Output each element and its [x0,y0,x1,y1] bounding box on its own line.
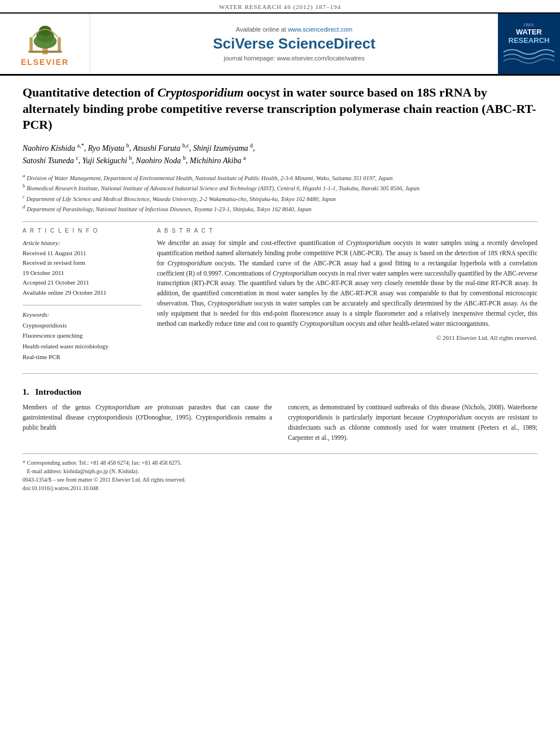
available-online-date: Available online 29 October 2011 [23,289,106,296]
article-info-abstract-row: A R T I C L E I N F O Article history: R… [23,228,537,362]
footnote-email: E-mail address: kishida@niph.go.jp (N. K… [23,467,537,475]
divider-2 [23,373,537,374]
sciverse-text: SciVerse [213,35,278,52]
svg-rect-6 [28,50,62,53]
sciverse-center: Available online at www.sciencedirect.co… [90,14,498,74]
svg-rect-4 [29,37,33,51]
keywords-list: Cryptosporidiosis Fluorescence quenching… [23,320,141,362]
water-label: WATER [516,28,542,36]
abstract-column: A B S T R A C T We describe an assay for… [157,228,537,362]
nichols-ref[interactable]: Nichols, 2008 [464,404,501,410]
svg-point-3 [38,25,51,36]
journal-homepage: journal homepage: www.elsevier.com/locat… [224,55,364,62]
intro-text-right: concern, as demonstrated by continued ou… [288,403,537,443]
abstract-heading: A B S T R A C T [157,228,537,234]
copyright-line: © 2011 Elsevier Ltd. All rights reserved… [157,334,537,341]
odonoghue-ref[interactable]: O'Donoghue, 1995 [138,414,189,421]
research-label: RESEARCH [509,36,550,45]
affiliations: a Division of Water Management, Departme… [23,172,537,213]
accepted-date: Accepted 21 October 2011 [23,279,89,286]
intro-number: 1. [23,387,29,396]
article-history: Article history: Received 11 August 2011… [23,238,141,298]
main-content: Quantitative detection of Cryptosporidiu… [0,76,560,504]
intro-heading: Introduction [36,387,81,396]
intro-text-left: Members of the genus Cryptosporidium are… [23,403,272,433]
received-revised-date: 19 October 2011 [23,269,64,276]
article-info-column: A R T I C L E I N F O Article history: R… [23,228,141,362]
sciencedirect-link[interactable]: www.sciencedirect.com [288,26,352,33]
received-date: Received 11 August 2011 [23,250,86,256]
elsevier-tree-icon [23,21,68,55]
intro-col-right: concern, as demonstrated by continued ou… [288,403,537,443]
divider-1 [23,221,537,222]
left-col-divider [23,305,141,305]
waves-icon [504,46,554,66]
peeters-ref[interactable]: Peeters et al., 1989; Carpenter et al., … [288,424,537,441]
available-online: Available online at www.sciencedirect.co… [236,26,352,33]
journal-header: WATER RESEARCH 46 (2012) 187–194 [0,0,560,14]
iwa-label: IWA [523,22,535,28]
received-revised-label: Received in revised form [23,259,85,266]
journal-header-text: WATER RESEARCH 46 (2012) 187–194 [219,3,341,10]
elsevier-wordmark: ELSEVIER [21,58,69,67]
article-title: Quantitative detection of Cryptosporidiu… [23,85,537,133]
footnote-issn: 0043-1354/$ – see front matter © 2011 El… [23,475,537,484]
svg-rect-5 [58,37,61,51]
keywords-title: Keywords: [23,311,141,318]
introduction-section: 1. Introduction Members of the genus Cry… [23,387,537,443]
history-label: Article history: [23,239,60,246]
water-research-badge: IWA WATER RESEARCH [498,14,560,74]
keywords-section: Keywords: Cryptosporidiosis Fluorescence… [23,311,141,362]
sciverse-logo: SciVerse ScienceDirect [213,35,375,53]
article-info-heading: A R T I C L E I N F O [23,228,141,234]
intro-col-left: Members of the genus Cryptosporidium are… [23,403,272,443]
footnote-doi: doi:10.1016/j.watres.2011.10.048 [23,484,537,492]
authors: Naohiro Kishida a,*, Ryo Miyata b, Atsus… [23,141,537,167]
intro-two-col: Members of the genus Cryptosporidium are… [23,403,537,443]
sciencedirect-text: ScienceDirect [278,35,375,52]
abstract-text: We describe an assay for simple and cost… [157,238,537,329]
publisher-banner: ELSEVIER Available online at www.science… [0,14,560,76]
elsevier-logo: ELSEVIER [0,14,90,74]
intro-title: 1. Introduction [23,387,537,397]
footnote-corresponding: * Corresponding author. Tel.: +81 48 458… [23,458,537,467]
footnotes: * Corresponding author. Tel.: +81 48 458… [23,453,537,492]
email-link[interactable]: kishida@niph.go.jp [63,468,108,474]
